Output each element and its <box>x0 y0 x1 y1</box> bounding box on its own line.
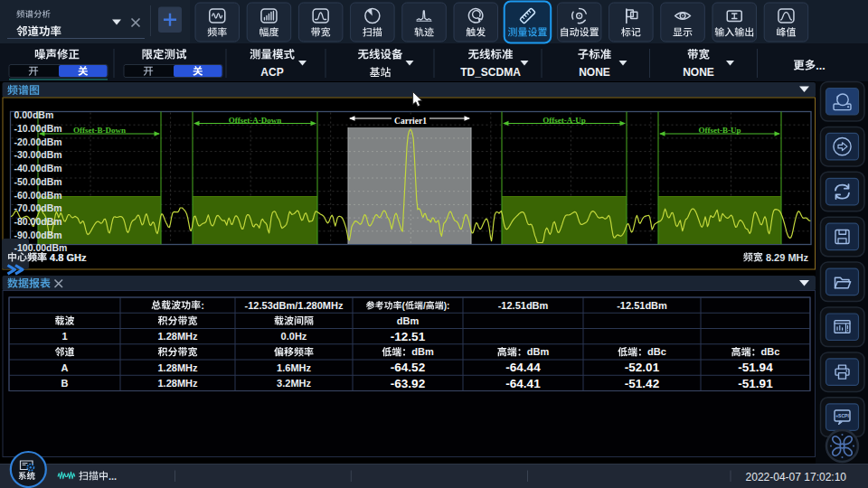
svg-text:Offset-A-Up: Offset-A-Up <box>542 116 586 125</box>
svg-text:-30.00dBm: -30.00dBm <box>14 149 62 160</box>
svg-text:3.2MHz: 3.2MHz <box>277 378 311 389</box>
svg-text:dBm: dBm <box>397 315 420 326</box>
svg-text:-90.00dBm: -90.00dBm <box>14 230 62 240</box>
svg-text:dBc: dBc <box>647 346 666 357</box>
svg-text:-51.42: -51.42 <box>625 377 659 390</box>
svg-text:1.28MHz: 1.28MHz <box>158 331 199 342</box>
svg-text:1.28MHz: 1.28MHz <box>158 362 199 373</box>
svg-text:NONE: NONE <box>683 66 714 79</box>
svg-text:1.28MHz: 1.28MHz <box>158 378 199 389</box>
svg-text:dBm: dBm <box>527 346 550 357</box>
svg-text:-63.92: -63.92 <box>391 377 425 390</box>
svg-text:-12.51dBm: -12.51dBm <box>498 300 549 311</box>
svg-text:TD_SCDMA: TD_SCDMA <box>460 66 521 79</box>
svg-text:1: 1 <box>61 331 67 342</box>
svg-text:-12.51: -12.51 <box>391 330 426 343</box>
svg-text:Offset-A-Down: Offset-A-Down <box>229 116 282 125</box>
svg-text:4.8 GHz: 4.8 GHz <box>47 252 87 263</box>
svg-text:):: ): <box>444 301 450 311</box>
svg-text:1.6MHz: 1.6MHz <box>277 362 311 373</box>
svg-text:-80.00dBm: -80.00dBm <box>14 216 62 227</box>
svg-text:/: / <box>423 301 426 311</box>
svg-text:8.29 MHz: 8.29 MHz <box>763 252 809 263</box>
svg-text:-20.00dBm: -20.00dBm <box>14 136 62 147</box>
svg-text:NONE: NONE <box>579 66 610 79</box>
svg-text:...: ... <box>108 471 117 482</box>
svg-text:0.0Hz: 0.0Hz <box>281 331 307 342</box>
svg-text:B: B <box>61 378 69 389</box>
svg-text:-40.00dBm: -40.00dBm <box>14 163 62 174</box>
svg-text:dBc: dBc <box>761 346 780 357</box>
svg-text:-70.00dBm: -70.00dBm <box>14 202 62 213</box>
svg-text:dBm: dBm <box>411 346 434 357</box>
svg-text:ACP: ACP <box>260 66 283 79</box>
svg-text:A: A <box>61 362 69 373</box>
svg-text:2022-04-07 17:02:10: 2022-04-07 17:02:10 <box>746 471 847 483</box>
svg-text:-64.44: -64.44 <box>505 361 541 374</box>
svg-text:-60.00dBm: -60.00dBm <box>14 190 62 201</box>
svg-text:-51.94: -51.94 <box>738 361 773 374</box>
svg-text:-50.00dBm: -50.00dBm <box>14 176 62 187</box>
svg-text:0.00dBm: 0.00dBm <box>14 109 54 120</box>
svg-text:-12.51dBm: -12.51dBm <box>617 300 667 311</box>
svg-text:Offset-B-Down: Offset-B-Down <box>73 126 126 135</box>
svg-text:-64.52: -64.52 <box>391 361 425 374</box>
svg-text:Carrier1: Carrier1 <box>394 117 427 126</box>
svg-text:-64.41: -64.41 <box>505 377 541 390</box>
svg-text:-52.01: -52.01 <box>625 361 660 374</box>
svg-text:+SCPI: +SCPI <box>835 413 849 418</box>
svg-text:...: ... <box>816 60 825 72</box>
svg-text::: : <box>201 300 204 311</box>
svg-text:Offset-B-Up: Offset-B-Up <box>699 126 741 135</box>
svg-text:-12.53dBm/1.280MHz: -12.53dBm/1.280MHz <box>245 300 344 311</box>
svg-text:-10.00dBm: -10.00dBm <box>14 123 62 134</box>
svg-text:-51.91: -51.91 <box>738 377 773 390</box>
